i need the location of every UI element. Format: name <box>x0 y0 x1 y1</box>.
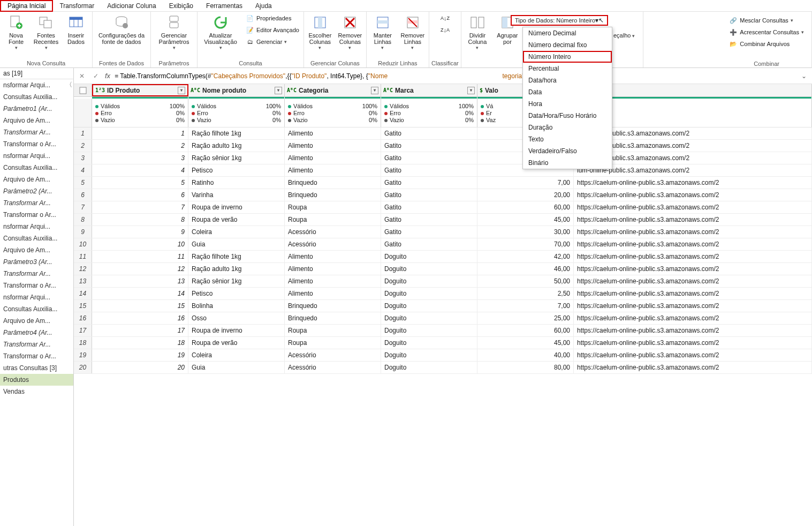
cell-marca[interactable]: Gatito <box>381 201 477 213</box>
table-row[interactable]: 1313Ração sênior 1kgAlimentoDoguito50,00… <box>74 275 812 288</box>
query-item[interactable]: Transformar Ar... <box>0 268 73 280</box>
cell-url[interactable]: https://caelum-online-public.s3.amazonaw… <box>574 251 812 262</box>
row-number[interactable]: 1 <box>74 127 92 139</box>
query-item[interactable]: Transformar o Ar... <box>0 138 73 150</box>
cell-categoria[interactable]: Roupa <box>285 214 381 226</box>
query-item[interactable]: Parâmetro3 (Ar... <box>0 256 73 268</box>
cell-id[interactable]: 13 <box>92 275 188 287</box>
row-number[interactable]: 2 <box>74 140 92 152</box>
cell-valor[interactable]: 2,50 <box>477 288 574 299</box>
cell-categoria[interactable]: Alimento <box>285 263 381 275</box>
cell-marca[interactable]: Doguito <box>381 251 477 262</box>
dtm-percentage[interactable]: Percentual <box>523 63 612 74</box>
tab-help[interactable]: Ajuda <box>249 1 278 11</box>
query-item[interactable]: Arquivo de Am... <box>0 315 73 327</box>
cell-valor[interactable]: 80,00 <box>477 362 574 373</box>
cell-categoria[interactable]: Brinquedo <box>285 189 381 201</box>
query-item[interactable]: Parâmetro4 (Ar... <box>0 327 73 339</box>
column-header-id-produto[interactable]: 1²3 ID Produto ▾ <box>92 84 188 96</box>
query-item[interactable]: Parâmetro1 (Ar... <box>0 103 73 115</box>
row-number[interactable]: 20 <box>74 362 92 373</box>
row-number-header[interactable] <box>74 84 92 96</box>
cell-nome[interactable]: Coleira <box>188 349 285 361</box>
cell-categoria[interactable]: Alimento <box>285 251 381 262</box>
cell-nome[interactable]: Ração filhote 1kg <box>188 127 285 139</box>
cell-valor[interactable]: 42,00 <box>477 251 574 262</box>
cell-id[interactable]: 10 <box>92 238 188 250</box>
cell-marca[interactable]: Gatito <box>381 164 477 176</box>
formula-commit-icon[interactable]: ✓ <box>91 71 101 81</box>
dtm-binary[interactable]: Binário <box>523 157 612 169</box>
cell-marca[interactable]: Doguito <box>381 263 477 275</box>
row-number[interactable]: 4 <box>74 164 92 176</box>
cell-valor[interactable]: 70,00 <box>477 238 574 250</box>
cell-url[interactable]: https://caelum-online-public.s3.amazonaw… <box>574 300 812 312</box>
query-item[interactable]: Arquivo de Am... <box>0 174 73 185</box>
cell-valor[interactable]: 60,00 <box>477 325 574 336</box>
column-filter-cat[interactable]: ▾ <box>371 87 378 94</box>
query-item[interactable]: Consultas Auxilia... <box>0 232 73 244</box>
tab-home[interactable]: Página Inicial <box>0 0 53 12</box>
query-item[interactable]: Transformar Ar... <box>0 126 73 138</box>
query-item[interactable]: Vendas <box>0 386 73 397</box>
cell-marca[interactable]: Gatito <box>381 226 477 238</box>
query-item[interactable]: Arquivo de Am... <box>0 244 73 256</box>
column-header-marca[interactable]: AᴮC Marca ▾ <box>381 84 477 96</box>
cell-valor[interactable]: 40,00 <box>477 349 574 361</box>
inserir-dados-button[interactable]: Inserir Dados <box>62 13 90 46</box>
remover-linhas-button[interactable]: Remover Linhas <box>399 13 427 51</box>
cell-categoria[interactable]: Alimento <box>285 275 381 287</box>
cell-valor[interactable]: 30,00 <box>477 226 574 238</box>
cell-id[interactable]: 11 <box>92 251 188 262</box>
cell-id[interactable]: 6 <box>92 189 188 201</box>
column-filter-nome[interactable]: ▾ <box>275 87 282 94</box>
row-number[interactable]: 16 <box>74 312 92 324</box>
table-row[interactable]: 1818Roupa de verãoRoupaDoguito45,00https… <box>74 337 812 349</box>
cell-id[interactable]: 8 <box>92 214 188 226</box>
cell-categoria[interactable]: Acessório <box>285 349 381 361</box>
query-item[interactable]: Parâmetro2 (Ar... <box>0 185 73 197</box>
query-item[interactable]: nsformar Arqui... <box>0 79 73 91</box>
row-number[interactable]: 11 <box>74 251 92 262</box>
query-item[interactable]: Arquivo de Am... <box>0 115 73 126</box>
row-number[interactable]: 18 <box>74 337 92 349</box>
cell-url[interactable]: https://caelum-online-public.s3.amazonaw… <box>574 177 812 189</box>
cell-marca[interactable]: Gatito <box>381 189 477 201</box>
cell-valor[interactable]: 45,00 <box>477 214 574 226</box>
cell-nome[interactable]: Roupa de verão <box>188 214 285 226</box>
table-row[interactable]: 33Ração sênior 1kgAlimentoGatitolum-onli… <box>74 152 812 164</box>
cell-categoria[interactable]: Roupa <box>285 201 381 213</box>
cell-id[interactable]: 7 <box>92 201 188 213</box>
cell-id[interactable]: 3 <box>92 152 188 164</box>
cell-id[interactable]: 16 <box>92 312 188 324</box>
cell-nome[interactable]: Varinha <box>188 189 285 201</box>
row-number[interactable]: 3 <box>74 152 92 164</box>
table-row[interactable]: 1616OssoBrinquedoDoguito25,00https://cae… <box>74 312 812 325</box>
table-row[interactable]: 77Roupa de invernoRoupaGatito60,00https:… <box>74 201 812 214</box>
dividir-coluna-button[interactable]: Dividir Coluna <box>464 13 491 51</box>
cell-nome[interactable]: Ração adulto 1kg <box>188 263 285 275</box>
cell-nome[interactable]: Ração sênior 1kg <box>188 275 285 287</box>
gerenciar-parametros-button[interactable]: Gerenciar Parâmetros <box>153 13 195 51</box>
cell-categoria[interactable]: Alimento <box>285 164 381 176</box>
column-filter-id[interactable]: ▾ <box>178 87 185 94</box>
cell-valor[interactable]: 60,00 <box>477 201 574 213</box>
nova-fonte-button[interactable]: Nova Fonte <box>2 13 30 51</box>
cell-valor[interactable]: 25,00 <box>477 312 574 324</box>
cell-url[interactable]: https://caelum-online-public.s3.amazonaw… <box>574 325 812 336</box>
sort-desc-button[interactable]: Z↓A <box>438 25 451 35</box>
cell-marca[interactable]: Doguito <box>381 325 477 336</box>
gerenciar-button[interactable]: 🗂Gerenciar <box>244 36 301 47</box>
sort-asc-button[interactable]: A↓Z <box>438 13 451 24</box>
cell-url[interactable]: https://caelum-online-public.s3.amazonaw… <box>574 288 812 299</box>
cell-categoria[interactable]: Alimento <box>285 127 381 139</box>
cell-id[interactable]: 20 <box>92 362 188 373</box>
row-number[interactable]: 8 <box>74 214 92 226</box>
tab-tools[interactable]: Ferramentas <box>200 1 249 11</box>
cell-categoria[interactable]: Alimento <box>285 288 381 299</box>
cell-url[interactable]: https://caelum-online-public.s3.amazonaw… <box>574 201 812 213</box>
queries-list[interactable]: nsformar Arqui...Consultas Auxilia...Par… <box>0 79 73 526</box>
dtm-text[interactable]: Texto <box>523 133 612 145</box>
row-number[interactable]: 12 <box>74 263 92 275</box>
cell-marca[interactable]: Gatito <box>381 214 477 226</box>
